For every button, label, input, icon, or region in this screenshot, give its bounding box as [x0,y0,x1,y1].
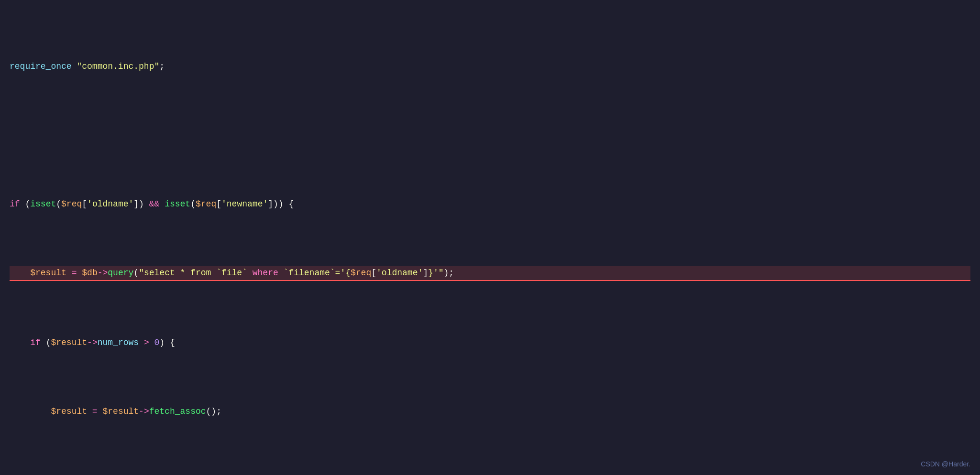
code-line-5: if ($result->num_rows > 0) { [10,336,970,350]
code-line-2 [10,129,970,142]
code-line-3: if (isset($req['oldname']) && isset($req… [10,197,970,211]
code-line-1: require_once "common.inc.php"; [10,60,970,74]
watermark-text: CSDN @Harder. [921,459,970,469]
code-editor: require_once "common.inc.php"; if (isset… [0,0,980,475]
code-line-6: $result = $result->fetch_assoc(); [10,405,970,419]
code-line-4: $result = $db->query("select * from `fil… [10,266,970,281]
